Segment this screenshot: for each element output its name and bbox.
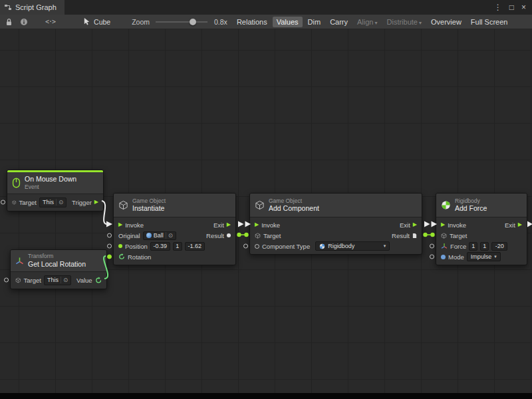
game-object-icon	[255, 200, 265, 210]
target-input-port[interactable]	[4, 278, 9, 283]
component-type-input-port[interactable]	[243, 244, 248, 249]
node-on-mouse-down[interactable]: On Mouse Down Event Target This ⊙ T	[7, 170, 104, 211]
position-y-input[interactable]: 1	[173, 242, 182, 251]
value-connector-dot	[423, 233, 427, 237]
exit-output-port[interactable]: ▶	[227, 222, 231, 227]
dim-button[interactable]: Dim	[304, 17, 325, 27]
carry-button[interactable]: Carry	[326, 17, 352, 27]
target-input-port[interactable]	[1, 200, 5, 205]
type-port-icon	[255, 244, 259, 249]
window-maximize-button[interactable]: □	[509, 3, 514, 11]
align-button[interactable]: Align▾	[353, 17, 381, 27]
wire-arrowhead	[106, 221, 112, 227]
rotation-output-port[interactable]	[95, 277, 102, 284]
graph-target-selector[interactable]: Cube	[83, 17, 110, 26]
target-label: Target	[450, 232, 467, 239]
force-x-input[interactable]: 1	[469, 242, 477, 251]
script-graph-icon	[4, 3, 12, 11]
relations-button[interactable]: Relations	[233, 17, 271, 27]
node-header[interactable]: Transform Get Local Rotation	[11, 250, 106, 272]
invoke-input-port[interactable]: ▶	[255, 222, 259, 227]
mode-label: Mode	[448, 253, 464, 261]
window-close-button[interactable]: ×	[521, 3, 526, 11]
chevron-down-icon: ▾	[494, 254, 497, 259]
overview-button[interactable]: Overview	[427, 17, 466, 27]
game-object-icon	[118, 200, 128, 210]
graph-target-label: Cube	[94, 18, 110, 26]
mode-input-port[interactable]	[430, 255, 434, 259]
node-header[interactable]: Game Object Instantiate	[114, 194, 235, 217]
node-add-component[interactable]: Game Object Add Component ▶ Invoke Exit …	[249, 193, 422, 255]
graph-canvas[interactable]: On Mouse Down Event Target This ⊙ T	[0, 29, 532, 393]
graph-toolbar: <·> Cube Zoom 0.8x Relations Values Dim …	[0, 15, 532, 29]
game-object-port-icon	[255, 233, 261, 239]
trigger-label: Trigger	[72, 199, 92, 206]
lock-icon[interactable]	[5, 18, 13, 26]
node-header[interactable]: Game Object Add Component	[250, 194, 422, 217]
node-instantiate[interactable]: Game Object Instantiate ▶ Invoke Exit ▶ …	[113, 193, 236, 265]
fullscreen-button[interactable]: Full Screen	[467, 17, 512, 27]
force-y-input[interactable]: 1	[480, 242, 489, 251]
original-input-port[interactable]	[107, 233, 112, 238]
zoom-slider[interactable]	[156, 17, 207, 27]
edit-source-icon[interactable]: <·>	[45, 18, 55, 25]
rotation-label: Rotation	[128, 253, 151, 261]
chevron-down-icon: ▾	[374, 20, 377, 26]
exit-label: Exit	[505, 221, 515, 229]
object-picker-icon[interactable]: ⊙	[166, 232, 173, 239]
cursor-icon	[83, 17, 90, 26]
invoke-input-port[interactable]: ▶	[441, 222, 445, 227]
tab-script-graph[interactable]: Script Graph	[0, 0, 65, 15]
node-add-force[interactable]: Rigidbody Add Force ▶ Invoke Exit ▶ Targ…	[436, 193, 527, 265]
chevron-down-icon: ▾	[419, 20, 422, 26]
object-picker-icon[interactable]: ⊙	[61, 277, 68, 283]
position-z-input[interactable]: -1.62	[185, 242, 205, 251]
zoom-slider-handle[interactable]	[190, 19, 196, 25]
exit-output-port[interactable]: ▶	[518, 222, 522, 227]
vector3-port-icon	[118, 244, 122, 248]
object-picker-icon[interactable]: ⊙	[56, 199, 63, 205]
zoom-slider-track	[156, 21, 207, 23]
value-connector-dot	[244, 233, 248, 237]
exit-output-port[interactable]: ▶	[413, 222, 417, 227]
values-button[interactable]: Values	[273, 17, 303, 27]
exit-label: Exit	[213, 221, 224, 229]
node-category: Rigidbody	[455, 198, 487, 205]
window-menu-button[interactable]: ⋮	[494, 3, 502, 11]
node-get-local-rotation[interactable]: Transform Get Local Rotation Target This…	[10, 249, 107, 289]
result-label: Result	[392, 232, 410, 239]
rigidbody-icon	[441, 200, 451, 210]
info-icon[interactable]	[20, 18, 28, 26]
node-header[interactable]: On Mouse Down Event	[7, 172, 103, 194]
result-output-port[interactable]	[412, 233, 417, 239]
window-bottom-edge	[0, 393, 532, 399]
script-graph-window: Script Graph ⋮ □ × <·> Cu	[0, 0, 532, 399]
distribute-button[interactable]: Distribute▾	[383, 17, 426, 27]
node-category: Game Object	[269, 198, 319, 205]
position-x-input[interactable]: -0.39	[150, 242, 170, 251]
component-type-dropdown[interactable]: Rigidbody ▾	[315, 241, 390, 251]
result-label: Result	[206, 232, 224, 239]
transform-icon	[15, 257, 24, 265]
game-object-icon	[15, 277, 21, 283]
target-label: Target	[23, 277, 41, 284]
flow-connector-arrow	[527, 221, 532, 227]
target-value-chip[interactable]: This ⊙	[39, 198, 66, 207]
rotation-input-port[interactable]	[107, 255, 112, 259]
force-z-input[interactable]: -20	[491, 242, 507, 251]
position-label: Position	[125, 243, 148, 250]
original-value-chip[interactable]: Ball ⊙	[143, 231, 176, 240]
window-controls: ⋮ □ ×	[494, 0, 532, 15]
node-header[interactable]: Rigidbody Add Force	[436, 194, 527, 217]
mode-dropdown[interactable]: Impulse ▾	[467, 252, 501, 261]
zoom-value: 0.8x	[214, 18, 227, 26]
target-value-chip[interactable]: This ⊙	[44, 275, 71, 285]
chevron-down-icon: ▾	[384, 243, 386, 249]
position-input-port[interactable]	[107, 244, 112, 249]
trigger-output-port[interactable]: ▶	[94, 200, 98, 205]
node-title: Get Local Rotation	[28, 260, 86, 269]
invoke-input-port[interactable]: ▶	[118, 222, 122, 227]
mouse-icon	[12, 178, 21, 188]
force-input-port[interactable]	[430, 244, 434, 249]
result-output-port[interactable]	[227, 233, 231, 237]
